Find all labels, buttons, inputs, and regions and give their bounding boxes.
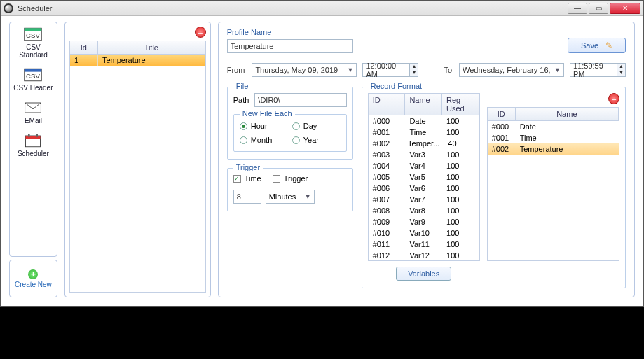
from-date-picker[interactable]: Thursday, May 09, 2019▼ [252,63,357,77]
record-format-group: Record Format ID Name Reg Used #000Date1… [362,87,626,288]
to-label: To [444,66,452,74]
csv-icon: CSV [23,27,43,42]
to-time-spinner[interactable]: ▲▼ [617,63,626,77]
record-row[interactable]: #008Var8100 [369,205,479,216]
minimize-button[interactable]: — [568,3,587,14]
record-row[interactable]: #006Var6100 [369,183,479,194]
nav-csv-header[interactable]: CSV CSV Header [13,67,53,92]
radio-year[interactable]: Year [292,136,341,144]
profile-name-input[interactable] [227,39,353,53]
from-label: From [227,66,245,74]
record-source-table[interactable]: ID Name Reg Used #000Date100#001Time100#… [368,93,480,261]
maximize-button[interactable]: ▭ [589,3,608,14]
nav-panel: CSV CSV Standard CSV CSV Header EMail Sc… [9,22,57,257]
titlebar: Scheduler — ▭ ✕ [1,1,643,16]
editor-panel: Profile Name Save ✎ From Thursday, May 0… [218,22,635,297]
record-row[interactable]: #010Var10100 [369,227,479,239]
path-input[interactable] [254,93,346,107]
pencil-icon: ✎ [605,41,612,50]
svg-text:CSV: CSV [27,72,41,80]
app-icon [4,3,13,13]
file-group: File Path New File Each Hour Day Month [227,87,353,160]
radio-month[interactable]: Month [240,136,288,144]
record-row[interactable]: #001Time100 [369,127,479,138]
record-row[interactable]: #007Var7100 [369,194,479,205]
save-button[interactable]: Save ✎ [568,38,626,53]
radio-day[interactable]: Day [292,122,341,130]
email-icon [23,100,43,115]
record-row[interactable]: #004Var4100 [369,160,479,171]
svg-rect-8 [26,136,41,139]
svg-rect-9 [28,134,30,136]
nav-scheduler[interactable]: Scheduler [18,133,49,157]
svg-text:CSV: CSV [27,31,41,39]
from-time-spinner[interactable]: ▲▼ [410,63,418,77]
chevron-down-icon: ▼ [554,66,561,73]
record-row[interactable]: #003Var3100 [369,149,479,160]
trigger-value-input[interactable] [233,190,261,204]
radio-hour[interactable]: Hour [240,122,288,130]
remove-selected-button[interactable]: – [608,93,619,104]
nav-csv-standard[interactable]: CSV CSV Standard [19,27,48,59]
profile-name-label: Profile Name [227,28,353,36]
record-row[interactable]: #000Date100 [369,115,479,127]
chevron-down-icon: ▼ [305,193,311,200]
svg-rect-1 [25,28,42,31]
trigger-unit-select[interactable]: Minutes▼ [266,190,315,204]
record-row[interactable]: #002Temper...40 [369,138,479,149]
col-title[interactable]: Title [98,41,205,54]
selected-row[interactable]: #000Date [488,121,619,132]
delete-profile-button[interactable]: – [195,27,206,38]
check-trigger[interactable]: Trigger [273,174,308,183]
profiles-grid[interactable]: Id Title 1 Temperature [69,41,206,293]
svg-rect-10 [36,134,39,136]
path-label: Path [233,96,249,104]
chevron-down-icon: ▼ [347,66,353,73]
to-time-input[interactable]: 11:59:59 PM [570,63,617,77]
check-time[interactable]: ✓Time [233,174,261,183]
plus-icon: + [28,269,38,279]
record-row[interactable]: #005Var5100 [369,171,479,183]
profile-row[interactable]: 1 Temperature [70,55,205,66]
selected-row[interactable]: #002Temperature [488,143,619,155]
to-date-picker[interactable]: Wednesday, February 16, 20▼ [459,63,564,77]
record-row[interactable]: #011Var11100 [369,239,479,250]
window-title: Scheduler [18,4,568,13]
csv-header-icon: CSV [23,67,43,83]
selected-row[interactable]: #001Time [488,132,619,143]
trigger-group: Trigger ✓Time Trigger Minutes▼ [227,168,353,211]
record-selected-table[interactable]: ID Name #000Date#001Time#002Temperature [487,107,619,261]
app-window: Scheduler — ▭ ✕ CSV CSV Standard CSV CSV… [0,0,644,307]
svg-rect-4 [25,69,42,71]
calendar-icon [23,133,43,148]
record-row[interactable]: #009Var9100 [369,216,479,227]
variables-button[interactable]: Variables [396,267,451,281]
create-new-button[interactable]: + Create New [9,260,57,297]
record-row[interactable]: #012Var12100 [369,250,479,260]
col-id[interactable]: Id [70,41,98,54]
profiles-panel: – Id Title 1 Temperature [64,22,211,297]
close-button[interactable]: ✕ [610,3,640,14]
nav-email[interactable]: EMail [23,100,43,125]
from-time-input[interactable]: 12:00:00 AM [362,63,410,77]
